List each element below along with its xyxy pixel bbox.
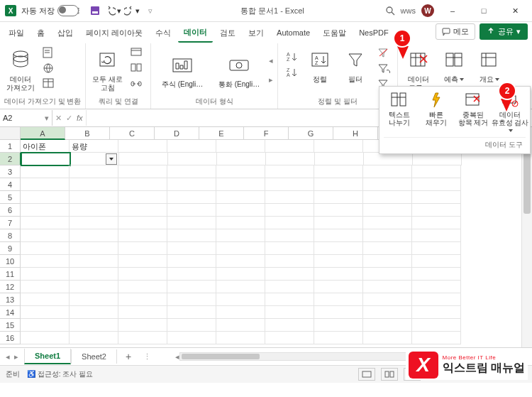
cell-B2[interactable] <box>70 153 119 165</box>
cell[interactable] <box>265 242 314 255</box>
cell[interactable] <box>266 153 315 165</box>
sort-desc-icon[interactable]: ZA <box>282 65 301 80</box>
cell[interactable] <box>314 332 363 344</box>
search-icon[interactable] <box>385 6 395 16</box>
cell[interactable] <box>21 242 70 255</box>
cell[interactable] <box>216 204 265 217</box>
sheet-nav-prev-icon[interactable]: ◂ <box>6 352 10 361</box>
cell[interactable] <box>314 293 363 306</box>
text-to-columns-button[interactable]: 텍스트 나누기 <box>384 89 415 126</box>
col-header-C[interactable]: C <box>110 127 155 140</box>
row-header[interactable]: 6 <box>0 204 21 217</box>
cell[interactable] <box>364 153 413 165</box>
cell[interactable] <box>216 242 265 255</box>
cell[interactable] <box>167 229 216 242</box>
cell[interactable] <box>21 332 70 344</box>
cell[interactable] <box>314 165 363 178</box>
cell[interactable] <box>216 268 265 281</box>
toggle-off-icon[interactable] <box>57 5 79 16</box>
data-types-prev-icon[interactable]: ◂ <box>269 56 273 65</box>
cell[interactable] <box>167 217 216 229</box>
minimize-button[interactable]: – <box>440 1 465 21</box>
accessibility-status[interactable]: ♿ 접근성: 조사 필요 <box>27 369 93 379</box>
cell[interactable] <box>315 153 364 165</box>
cell[interactable] <box>167 281 216 293</box>
cell[interactable] <box>21 229 70 242</box>
cell[interactable] <box>314 217 363 229</box>
cell-B1[interactable]: 용량 <box>70 140 118 153</box>
tab-file[interactable]: 파일 <box>3 24 30 42</box>
cell[interactable] <box>216 140 265 153</box>
cell[interactable] <box>412 217 461 229</box>
cell[interactable] <box>265 178 314 191</box>
cell[interactable] <box>118 281 167 293</box>
cell[interactable] <box>21 281 70 293</box>
cell[interactable] <box>363 204 412 217</box>
row-header[interactable]: 11 <box>0 268 21 281</box>
row-header[interactable]: 7 <box>0 217 21 229</box>
cell[interactable] <box>70 255 118 268</box>
cell[interactable] <box>21 255 70 268</box>
cell[interactable] <box>21 293 70 306</box>
cell[interactable] <box>118 140 167 153</box>
tab-home[interactable]: 홈 <box>31 24 50 42</box>
cell[interactable] <box>265 204 314 217</box>
cell[interactable] <box>412 319 461 332</box>
sheet-tab-2[interactable]: Sheet2 <box>71 349 117 364</box>
cell[interactable] <box>70 242 118 255</box>
name-box[interactable]: A2 ▾ <box>0 110 52 126</box>
cell[interactable] <box>21 191 70 204</box>
cell[interactable] <box>314 178 363 191</box>
tab-help[interactable]: 도움말 <box>317 24 352 42</box>
col-header-F[interactable]: F <box>244 127 289 140</box>
cell[interactable] <box>21 319 70 332</box>
tab-page-layout[interactable]: 페이지 레이아웃 <box>80 24 148 42</box>
cell[interactable] <box>21 217 70 229</box>
col-header-E[interactable]: E <box>199 127 244 140</box>
col-header-D[interactable]: D <box>155 127 199 140</box>
cell[interactable] <box>167 255 216 268</box>
cell[interactable] <box>216 217 265 229</box>
queries-connections-icon[interactable] <box>128 45 146 60</box>
row-header[interactable]: 5 <box>0 191 21 204</box>
cell[interactable] <box>265 332 314 344</box>
sheet-nav-next-icon[interactable]: ▸ <box>14 352 18 361</box>
row-header[interactable]: 4 <box>0 178 21 191</box>
cell[interactable] <box>118 242 167 255</box>
cell[interactable] <box>412 332 461 344</box>
cell[interactable] <box>167 140 216 153</box>
cell[interactable] <box>118 255 167 268</box>
cell[interactable] <box>21 204 70 217</box>
share-button[interactable]: 공유▾ <box>480 23 528 40</box>
close-button[interactable]: ✕ <box>502 1 528 21</box>
cell[interactable] <box>216 293 265 306</box>
row-header[interactable]: 2 <box>0 153 21 165</box>
cell[interactable] <box>314 242 363 255</box>
cell[interactable] <box>167 293 216 306</box>
select-all-corner[interactable] <box>0 127 21 140</box>
horizontal-scroll-thumb[interactable] <box>182 354 260 359</box>
cell[interactable] <box>118 178 167 191</box>
cell[interactable] <box>167 165 216 178</box>
cell[interactable] <box>412 268 461 281</box>
cell[interactable] <box>118 191 167 204</box>
clear-filter-icon[interactable] <box>375 45 393 60</box>
tab-automate[interactable]: Automate <box>271 25 316 40</box>
refresh-all-button[interactable]: 모두 새로 고침 <box>90 45 125 94</box>
cell[interactable] <box>363 217 412 229</box>
cell[interactable] <box>118 332 167 344</box>
cell[interactable] <box>265 140 314 153</box>
cell[interactable] <box>70 281 118 293</box>
cell[interactable] <box>216 165 265 178</box>
cell[interactable] <box>167 178 216 191</box>
cell[interactable] <box>70 165 118 178</box>
cell[interactable] <box>314 204 363 217</box>
row-header[interactable]: 9 <box>0 242 21 255</box>
from-web-icon[interactable] <box>40 61 58 75</box>
row-header[interactable]: 1 <box>0 140 21 153</box>
cell[interactable] <box>216 191 265 204</box>
cell[interactable] <box>70 191 118 204</box>
enter-formula-icon[interactable]: ✓ <box>66 114 72 123</box>
edit-links-icon[interactable] <box>128 77 146 91</box>
cell[interactable] <box>70 204 118 217</box>
